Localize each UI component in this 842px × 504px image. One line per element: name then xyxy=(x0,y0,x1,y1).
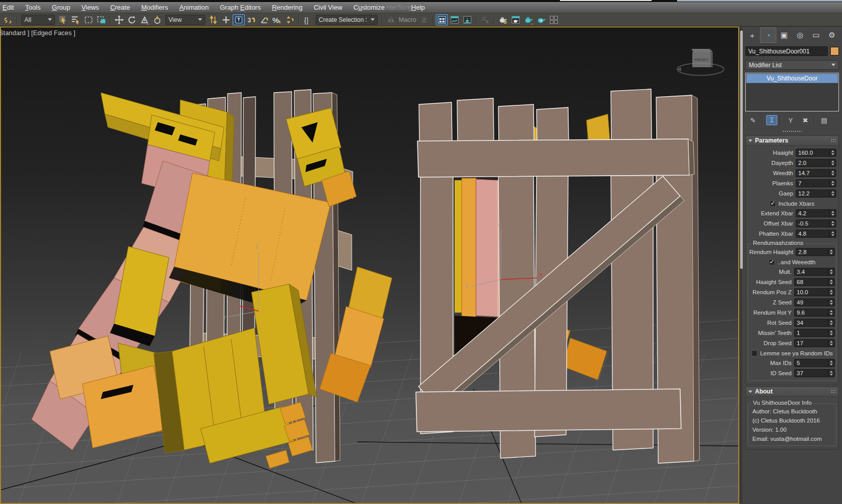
modify-tab[interactable]: ◔ xyxy=(760,27,776,43)
display-tab[interactable]: ▭ xyxy=(808,27,824,43)
spinner-arrows-icon[interactable] xyxy=(829,190,836,197)
menu-views[interactable]: Views xyxy=(76,3,104,12)
menu-civil-view[interactable]: Civil View xyxy=(308,3,348,12)
spinner-arrows-icon[interactable] xyxy=(828,319,834,326)
menu-tools[interactable]: Tools xyxy=(19,3,46,12)
reference-coordinate-system-dropdown[interactable]: View xyxy=(165,15,205,25)
param-spinner-rendum-haaight[interactable]: 2.8 xyxy=(796,248,835,256)
spinner-arrows-icon[interactable] xyxy=(828,359,834,367)
select-and-manipulate-icon[interactable] xyxy=(233,14,245,25)
remove-modifier-icon[interactable]: ✖ xyxy=(800,115,811,125)
object-color-swatch[interactable] xyxy=(830,47,839,55)
param-spinner-mult-[interactable]: 3.4 xyxy=(794,268,835,276)
modifier-list-dropdown[interactable]: Modifier List xyxy=(745,60,839,70)
spinner-arrows-icon[interactable] xyxy=(828,299,834,306)
param-spinner-rendum-pos-z[interactable]: 10.0 xyxy=(794,288,835,296)
named-selection-sets-dropdown[interactable]: Create Selection Se xyxy=(316,15,378,25)
select-and-move-icon[interactable] xyxy=(113,14,125,25)
window-crossing-icon[interactable] xyxy=(95,14,107,25)
param-spinner-weedth[interactable]: 14.7 xyxy=(796,169,836,177)
layer-explorer-icon[interactable] xyxy=(436,14,448,25)
spinner-arrows-icon[interactable] xyxy=(828,309,834,316)
spinner-arrows-icon[interactable] xyxy=(829,220,836,227)
spinner-arrows-icon[interactable] xyxy=(829,210,836,217)
param-spinner-rendum-rot-y[interactable]: 9.6 xyxy=(794,309,835,317)
use-pivot-point-center-icon[interactable] xyxy=(207,14,219,25)
param-spinner-phatten-xbar[interactable]: 4.8 xyxy=(796,230,836,238)
param-spinner-missin-teeth[interactable]: 1 xyxy=(794,329,835,337)
spinner-arrows-icon[interactable] xyxy=(828,289,834,296)
param-spinner-haaight-seed[interactable]: 68 xyxy=(794,278,835,286)
viewport[interactable]: Z Y Z Y X Standard ] [Edged Faces ] FRON… xyxy=(0,26,739,504)
panel-scrollbar-thumb[interactable] xyxy=(740,31,743,269)
spinner-arrows-icon[interactable] xyxy=(829,149,836,156)
menu-modifiers[interactable]: Modifiers xyxy=(135,3,174,12)
viewcube-top-face[interactable] xyxy=(691,49,712,52)
select-and-scale-icon[interactable] xyxy=(138,14,151,25)
spinner-arrows-icon[interactable] xyxy=(829,159,836,166)
axis-constraints-icon[interactable] xyxy=(220,14,232,25)
curve-editor-icon[interactable] xyxy=(448,14,461,25)
spinner-arrows-icon[interactable] xyxy=(829,170,836,177)
spinner-arrows-icon[interactable] xyxy=(828,268,834,275)
render-setup-icon[interactable] xyxy=(497,14,509,25)
panel-grip[interactable] xyxy=(744,129,840,133)
param-spinner-max-ids[interactable]: 5 xyxy=(794,359,835,367)
schematic-view-icon[interactable] xyxy=(461,14,473,25)
about-rollout-header[interactable]: About xyxy=(746,387,838,397)
param-spinner-gaep[interactable]: 12.2 xyxy=(796,189,836,198)
parameters-rollout-header[interactable]: Parameters xyxy=(746,136,838,146)
utilities-tab[interactable]: ⚙ xyxy=(824,27,840,43)
menu-animation[interactable]: Animation xyxy=(174,3,214,12)
spinner-arrows-icon[interactable] xyxy=(828,370,834,377)
spinner-arrows-icon[interactable] xyxy=(828,340,834,347)
rendered-frame-window-icon[interactable] xyxy=(510,14,522,25)
spinner-arrows-icon[interactable] xyxy=(828,248,834,256)
percent-snap-icon[interactable]: % xyxy=(271,14,283,25)
macro-recorder-icon[interactable]: Z xyxy=(418,14,430,25)
checkbox-checked[interactable] xyxy=(770,201,776,207)
checkbox-unchecked[interactable] xyxy=(751,350,757,356)
viewcube[interactable]: FRONT xyxy=(671,41,730,79)
motion-tab[interactable]: ◎ xyxy=(792,27,808,43)
stack-item[interactable]: Vu_ShithouseDoor xyxy=(746,74,838,83)
pin-stack-icon[interactable]: ✎ xyxy=(747,115,759,125)
selection-filter-dropdown[interactable]: All xyxy=(21,15,55,25)
viewport-shading-label[interactable]: Standard ] [Edged Faces ] xyxy=(0,30,75,37)
select-object-icon[interactable] xyxy=(57,14,69,25)
viewport-layout-icon[interactable] xyxy=(548,14,560,25)
hierarchy-tab[interactable]: ▣ xyxy=(776,27,792,43)
checkbox-checked[interactable] xyxy=(769,259,775,265)
create-tab[interactable]: + xyxy=(744,27,760,43)
spinner-arrows-icon[interactable] xyxy=(829,180,836,187)
show-end-result-icon[interactable]: ⌶ xyxy=(766,115,777,125)
mirror-icon[interactable] xyxy=(385,14,397,25)
menu-edit[interactable]: Edit xyxy=(0,3,19,12)
select-and-place-icon[interactable] xyxy=(151,14,163,25)
modifier-stack[interactable]: Vu_ShithouseDoor xyxy=(745,73,839,111)
select-and-link-icon[interactable] xyxy=(2,14,14,25)
spinner-arrows-icon[interactable] xyxy=(829,230,836,237)
menu-customize[interactable]: Customize xyxy=(348,3,390,12)
make-unique-icon[interactable]: Y xyxy=(785,115,796,125)
snap-toggle-3d-icon[interactable]: 3 xyxy=(245,14,258,25)
param-spinner-extend-xbar[interactable]: 4.2 xyxy=(796,209,836,217)
param-spinner-plaenks[interactable]: 7 xyxy=(796,179,836,187)
configure-modifier-sets-icon[interactable]: ▤ xyxy=(819,115,830,125)
select-by-name-icon[interactable] xyxy=(70,14,82,25)
param-spinner-offset-xbar[interactable]: -0.5 xyxy=(796,219,836,228)
menu-graph-editors[interactable]: Graph Editors xyxy=(214,3,266,12)
render-production-icon[interactable] xyxy=(522,14,535,25)
angle-snap-icon[interactable] xyxy=(258,14,270,25)
menu-group[interactable]: Group xyxy=(46,3,76,12)
array-flyout-icon[interactable]: x xyxy=(479,14,491,25)
menu-help[interactable]: Help xyxy=(406,3,431,12)
param-spinner-id-seed[interactable]: 37 xyxy=(794,369,835,377)
param-spinner-rot-seed[interactable]: 34 xyxy=(794,319,835,327)
param-spinner-dayepth[interactable]: 2.0 xyxy=(796,159,836,167)
param-spinner-z-seed[interactable]: 49 xyxy=(794,298,835,306)
select-and-rotate-icon[interactable] xyxy=(126,14,138,25)
object-name-field[interactable]: Vu_ShithouseDoor001 xyxy=(745,46,828,56)
param-spinner-drop-seed[interactable]: 17 xyxy=(794,339,835,347)
menu-rendering[interactable]: Rendering xyxy=(266,3,308,12)
